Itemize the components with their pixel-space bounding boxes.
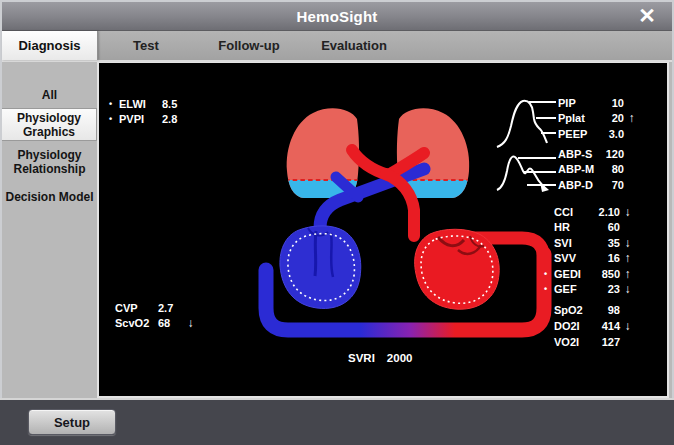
param-row-elwi: • ELWI 8.5	[109, 96, 202, 112]
right-heart-graphic	[280, 226, 361, 309]
param-label: Pplat	[558, 112, 600, 124]
tab-follow-up[interactable]: Follow-up	[194, 31, 304, 60]
param-value: 2.8	[161, 113, 187, 125]
param-label: PEEP	[558, 128, 600, 140]
param-row-svi: SVI 35 ↓	[544, 235, 635, 251]
sidebar-item-decision-model[interactable]: Decision Model	[2, 184, 97, 210]
param-row-svri: SVRI 2000	[348, 352, 412, 364]
param-value: 70	[600, 179, 624, 191]
param-row-svv: SVV 16 ↑	[544, 251, 635, 267]
param-label: PVPI	[119, 113, 161, 125]
param-label: ELWI	[119, 98, 161, 110]
param-label: HR	[554, 221, 596, 233]
param-value: 8.5	[161, 98, 187, 110]
param-value: 414	[596, 320, 620, 332]
setup-button[interactable]: Setup	[28, 409, 116, 435]
trend-arrow: ↓	[620, 236, 635, 250]
param-value: 98	[596, 304, 620, 316]
param-value: 127	[596, 336, 620, 348]
param-label: CVP	[115, 302, 157, 314]
tab-diagnosis[interactable]: Diagnosis	[2, 31, 98, 60]
param-label: ABP-S	[558, 148, 600, 160]
trend-arrow: ↓	[620, 205, 635, 219]
close-icon[interactable]: ✕	[632, 3, 662, 29]
param-row-do2i: DO2I 414 ↓	[544, 318, 635, 334]
left-heart-graphic	[415, 229, 500, 309]
trend-arrow: ↑	[624, 111, 639, 125]
sidebar-item-physiology-graphics[interactable]: Physiology Graphics	[2, 108, 97, 141]
sidebar: All Physiology Graphics Physiology Relat…	[2, 64, 97, 398]
param-value: 850	[596, 268, 620, 280]
sidebar-item-all[interactable]: All	[2, 82, 97, 108]
param-row-hr: HR 60	[544, 220, 635, 236]
param-label: DO2I	[554, 320, 596, 332]
param-row-pvpi: • PVPI 2.8	[109, 112, 202, 128]
param-value: 35	[596, 237, 620, 249]
param-value: 2.10	[596, 206, 620, 218]
param-row-abp-d: ABP-D 70	[548, 177, 639, 193]
param-row-abp-m: ABP-M 80	[548, 162, 639, 178]
param-label: SVI	[554, 237, 596, 249]
param-value: 2.7	[157, 302, 183, 314]
param-label: SpO2	[554, 304, 596, 316]
trend-arrow: ↑	[620, 251, 635, 265]
param-row-peep: PEEP 3.0	[548, 126, 639, 142]
hemodynamics-group: CCI 2.10 ↓ HR 60 SVI 35 ↓ SVV 16 ↑	[544, 204, 635, 297]
param-value: 20	[600, 112, 624, 124]
param-row-abp-s: ABP-S 120	[548, 146, 639, 162]
trend-arrow: ↑	[620, 267, 635, 281]
title-bar: HemoSight ✕	[2, 2, 672, 31]
tab-bar: Diagnosis Test Follow-up Evaluation	[2, 31, 672, 62]
param-row-cci: CCI 2.10 ↓	[544, 204, 635, 220]
param-label: GEDI	[554, 268, 596, 280]
ventilation-group: PIP 10 Pplat 20 ↑ PEEP 3.0	[548, 95, 639, 142]
param-row-gedi: • GEDI 850 ↑	[544, 266, 635, 282]
param-value: 60	[596, 221, 620, 233]
param-bullet: •	[109, 99, 119, 109]
param-value: 16	[596, 252, 620, 264]
window-title: HemoSight	[297, 8, 378, 25]
sidebar-item-physiology-relationship[interactable]: Physiology Relationship	[2, 145, 97, 178]
param-bullet: •	[544, 269, 554, 279]
param-value: 2000	[387, 352, 413, 364]
footer-bar: Setup	[0, 398, 674, 445]
param-row-vo2i: VO2I 127	[544, 334, 635, 350]
elwi-pvpi-group: • ELWI 8.5 • PVPI 2.8	[109, 96, 202, 127]
param-row-scvo2: ScvO2 68 ↓	[105, 316, 198, 332]
oxygenation-group: SpO2 98 DO2I 414 ↓ VO2I 127	[544, 302, 635, 350]
param-row-gef: • GEF 23 ↓	[544, 282, 635, 298]
param-row-cvp: CVP 2.7	[105, 300, 198, 316]
param-label: GEF	[554, 283, 596, 295]
param-value: 120	[600, 148, 624, 160]
param-row-pplat: Pplat 20 ↑	[548, 111, 639, 127]
param-value: 68	[157, 317, 183, 329]
param-bullet: •	[544, 284, 554, 294]
tab-test[interactable]: Test	[98, 31, 194, 60]
param-label: ABP-D	[558, 179, 600, 191]
param-value: 3.0	[600, 128, 624, 140]
param-value: 10	[600, 97, 624, 109]
param-label: ABP-M	[558, 163, 600, 175]
param-label: ScvO2	[115, 317, 157, 329]
trend-arrow: ↓	[620, 319, 635, 333]
trend-arrow: ↓	[183, 316, 198, 330]
param-label: CCI	[554, 206, 596, 218]
trend-arrow: ↓	[620, 282, 635, 296]
cvp-scvo2-group: CVP 2.7 ScvO2 68 ↓	[105, 300, 198, 331]
param-label: VO2I	[554, 336, 596, 348]
param-row-pip: PIP 10	[548, 95, 639, 111]
param-value: 23	[596, 283, 620, 295]
param-bullet: •	[109, 114, 119, 124]
param-label: SVRI	[348, 352, 375, 364]
param-value: 80	[600, 163, 624, 175]
abp-group: ABP-S 120 ABP-M 80 ABP-D 70	[548, 146, 639, 193]
param-label: SVV	[554, 252, 596, 264]
param-label: PIP	[558, 97, 600, 109]
hemosight-window: HemoSight ✕ Diagnosis Test Follow-up Eva…	[0, 0, 674, 445]
param-row-spo2: SpO2 98	[544, 302, 635, 318]
physiology-graphics-panel: • ELWI 8.5 • PVPI 2.8 CVP 2.7 Scv	[97, 62, 669, 398]
tab-evaluation[interactable]: Evaluation	[304, 31, 404, 60]
